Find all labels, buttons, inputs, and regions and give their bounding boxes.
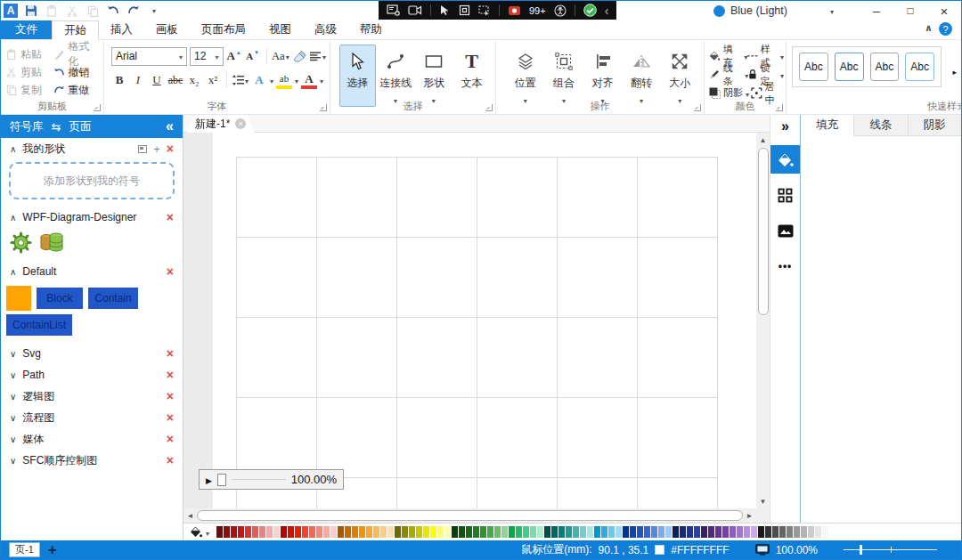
section-logic-diagram[interactable]: 逻辑图 bbox=[1, 386, 183, 407]
palette-swatch[interactable] bbox=[366, 526, 372, 538]
click-select-icon[interactable] bbox=[439, 4, 451, 16]
palette-swatch[interactable] bbox=[779, 526, 786, 538]
chevron-down-icon[interactable] bbox=[10, 454, 16, 467]
palette-swatch[interactable] bbox=[765, 526, 771, 538]
save-icon[interactable] bbox=[24, 4, 38, 18]
font-family-combobox[interactable]: Arial bbox=[111, 47, 187, 66]
more-options-icon[interactable] bbox=[770, 252, 800, 280]
chevron-down-icon[interactable] bbox=[10, 411, 16, 424]
palette-swatch[interactable] bbox=[651, 526, 657, 538]
palette-swatch[interactable] bbox=[231, 526, 237, 538]
gallery-scroll-icon[interactable] bbox=[952, 68, 957, 77]
theme-selector[interactable]: Blue (Light) bbox=[713, 1, 834, 20]
section-my-shapes[interactable]: 我的形状 bbox=[1, 138, 183, 159]
redo-button[interactable]: 重做 bbox=[53, 83, 101, 98]
italic-button[interactable]: I bbox=[130, 71, 146, 89]
quick-style-1[interactable]: Abc bbox=[799, 53, 828, 81]
change-case-button[interactable]: Aa bbox=[273, 47, 289, 65]
palette-swatch[interactable] bbox=[345, 526, 351, 538]
group-button[interactable]: 组合 bbox=[545, 45, 582, 107]
palette-swatch[interactable] bbox=[687, 526, 693, 538]
section-default[interactable]: Default bbox=[1, 261, 183, 282]
section-svg[interactable]: Svg bbox=[1, 343, 183, 364]
tab-fill[interactable]: 填充 bbox=[801, 115, 854, 136]
grow-font-button[interactable]: A▲ bbox=[226, 47, 242, 65]
record-video-icon[interactable] bbox=[408, 5, 422, 15]
palette-swatch[interactable] bbox=[288, 526, 294, 538]
chevron-down-icon[interactable] bbox=[10, 369, 16, 381]
tab-insert[interactable]: 插入 bbox=[99, 20, 144, 39]
chevron-down-icon[interactable] bbox=[10, 433, 16, 445]
chevron-up-icon[interactable] bbox=[10, 265, 16, 278]
palette-swatch[interactable] bbox=[644, 526, 650, 538]
palette-swatch[interactable] bbox=[487, 526, 493, 538]
underline-button[interactable]: U bbox=[149, 71, 165, 89]
palette-swatch[interactable] bbox=[316, 526, 322, 538]
palette-swatch[interactable] bbox=[665, 526, 672, 538]
close-section-icon[interactable] bbox=[167, 368, 174, 382]
palette-swatch[interactable] bbox=[566, 526, 572, 538]
notification-badge[interactable]: 99+ bbox=[529, 5, 546, 16]
cut-icon[interactable] bbox=[65, 4, 79, 18]
dropdown-icon[interactable] bbox=[179, 50, 183, 62]
palette-swatch[interactable] bbox=[509, 526, 515, 538]
undo-button[interactable]: 撤销 bbox=[53, 65, 101, 80]
zoom-slider-thumb[interactable] bbox=[860, 545, 862, 555]
palette-swatch[interactable] bbox=[722, 526, 729, 538]
chevron-up-icon[interactable] bbox=[10, 142, 16, 155]
swap-panels-icon[interactable] bbox=[52, 120, 61, 134]
drawing-surface[interactable]: 100.00% bbox=[183, 133, 756, 508]
collapse-toolbar-icon[interactable] bbox=[605, 4, 609, 18]
palette-swatch[interactable] bbox=[801, 526, 807, 538]
freehand-select-icon[interactable] bbox=[478, 4, 491, 16]
close-section-icon[interactable] bbox=[167, 453, 174, 467]
palette-swatch[interactable] bbox=[380, 526, 387, 538]
palette-swatch[interactable] bbox=[708, 526, 714, 538]
popout-icon[interactable] bbox=[138, 145, 147, 153]
section-designer[interactable]: WPF-Diagram-Designer bbox=[1, 207, 183, 228]
dropdown-icon[interactable] bbox=[295, 74, 298, 86]
palette-swatch[interactable] bbox=[601, 526, 607, 538]
palette-swatch[interactable] bbox=[352, 526, 358, 538]
palette-swatch[interactable] bbox=[730, 526, 736, 538]
quick-style-4[interactable]: Abc bbox=[905, 53, 934, 81]
palette-swatch[interactable] bbox=[658, 526, 664, 538]
scroll-left-icon[interactable]: ◄ bbox=[183, 508, 197, 523]
region-select-icon[interactable] bbox=[459, 4, 470, 16]
palette-swatch[interactable] bbox=[245, 526, 251, 538]
palette-swatch[interactable] bbox=[737, 526, 743, 538]
palette-swatch[interactable] bbox=[452, 526, 458, 538]
shrink-font-button[interactable]: A▼ bbox=[245, 47, 261, 65]
text-highlight-button[interactable]: ab bbox=[276, 71, 292, 89]
scroll-up-icon[interactable]: ▲ bbox=[756, 133, 770, 147]
palette-swatch[interactable] bbox=[715, 526, 722, 538]
cut-button[interactable]: 剪贴 bbox=[6, 65, 53, 80]
orange-shape[interactable] bbox=[6, 286, 31, 311]
position-button[interactable]: 位置 bbox=[507, 45, 543, 107]
palette-swatch[interactable] bbox=[523, 526, 529, 538]
palette-swatch[interactable] bbox=[751, 526, 757, 538]
palette-swatch[interactable] bbox=[673, 526, 679, 538]
palette-swatch[interactable] bbox=[815, 526, 821, 538]
palette-swatch[interactable] bbox=[494, 526, 501, 538]
palette-swatch[interactable] bbox=[744, 526, 750, 538]
paste-button[interactable]: 粘贴 bbox=[6, 47, 53, 62]
palette-swatch[interactable] bbox=[330, 526, 337, 538]
containlist-shape[interactable]: ContainList bbox=[6, 314, 72, 336]
close-section-icon[interactable] bbox=[167, 389, 174, 403]
confirm-check-icon[interactable] bbox=[583, 4, 597, 17]
flip-button[interactable]: 翻转 bbox=[623, 45, 659, 107]
palette-swatch[interactable] bbox=[558, 526, 565, 538]
fill-bucket-icon[interactable] bbox=[190, 526, 202, 538]
minimize-button[interactable] bbox=[860, 1, 893, 20]
palette-swatch[interactable] bbox=[281, 526, 287, 538]
page-tab[interactable]: 页-1 bbox=[9, 542, 40, 557]
recorder-icon[interactable] bbox=[508, 5, 521, 16]
palette-swatch[interactable] bbox=[259, 526, 265, 538]
vertical-scroll-thumb[interactable] bbox=[758, 148, 769, 315]
dialog-launcher-icon[interactable] bbox=[694, 104, 701, 111]
fill-panel-button[interactable] bbox=[770, 145, 800, 174]
size-button[interactable]: 大小 bbox=[662, 45, 698, 107]
tab-line[interactable]: 线条 bbox=[854, 115, 908, 135]
superscript-button[interactable]: x² bbox=[205, 71, 221, 89]
